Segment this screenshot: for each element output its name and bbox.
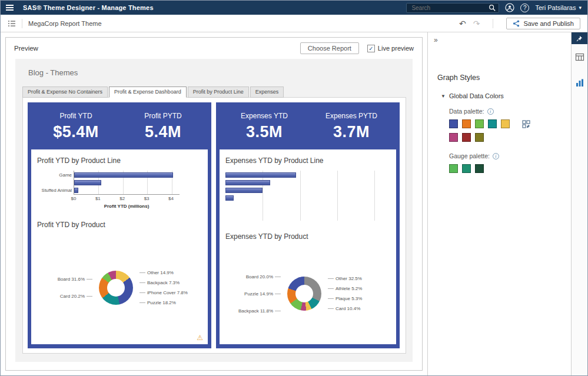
preview-box: Preview Choose Report ✓ Live preview Blo… [5, 37, 423, 371]
live-preview-label: Live preview [378, 45, 414, 52]
bar-chart-title: Profit YTD by Product Line [37, 157, 202, 165]
donut-chart [287, 277, 321, 311]
data-palette-label: Data palette: [449, 108, 484, 115]
pin-panel-button[interactable] [572, 32, 587, 44]
collapse-panel-icon[interactable]: » [428, 32, 571, 44]
tab-4[interactable]: Expenses [250, 86, 284, 98]
donut-label: Puzzle 14.9% [244, 291, 283, 297]
category-label: Game [38, 172, 72, 178]
expenses-bar-chart [225, 171, 390, 221]
donut-chart [99, 271, 133, 305]
publish-icon [513, 20, 520, 27]
preview-controls: Choose Report ✓ Live preview [300, 42, 414, 54]
donut-label: Board 20.0% [246, 274, 283, 279]
kpi-label: Profit YTD [32, 112, 119, 120]
toolbar-divider [493, 19, 493, 28]
kpi-expenses-ytd: Expenses YTD 3.5M [221, 112, 308, 141]
kpi-profit-pytd: Profit PYTD 5.4M [119, 112, 207, 141]
kpi-value: $5.4M [32, 123, 119, 141]
global-data-colors-section[interactable]: ▼ Global Data Colors [441, 92, 571, 99]
preview-label: Preview [14, 45, 38, 52]
live-preview-checkbox[interactable]: ✓ [367, 45, 375, 52]
donut-label: Backpack 11.8% [238, 308, 283, 314]
kpi-label: Profit PYTD [119, 112, 207, 120]
donut-chart-title: Profit YTD by Product [37, 221, 202, 229]
color-swatch[interactable] [449, 133, 458, 142]
expenses-donut-chart: Board 20.0%Puzzle 14.9%Backpack 11.8%Oth… [225, 247, 390, 341]
donut-label: Card 20.2% [60, 294, 94, 299]
search-input[interactable] [406, 3, 499, 13]
help-icon[interactable]: ? [520, 4, 529, 12]
donut-label: Other 32.5% [326, 276, 362, 281]
donut-label: Plaque 5.3% [326, 296, 362, 301]
search-icon[interactable] [489, 4, 496, 11]
gauge-palette-label-row: Gauge palette: i [449, 152, 571, 159]
warning-icon: ⚠ [197, 334, 203, 342]
kpi-value: 3.5M [221, 123, 308, 141]
undo-icon[interactable]: ↶ [459, 19, 466, 28]
data-palette-row-1 [449, 119, 571, 128]
user-menu[interactable]: Teri Patsilaras ▾ [535, 4, 582, 11]
theme-toolbar: MegaCorp Report Theme ↶ ↷ Save and Publi… [1, 15, 587, 32]
report-styles-tab-icon[interactable] [575, 52, 584, 62]
profit-dashboard-panel: Profit YTD $5.4M Profit PYTD 5.4M Profit… [28, 102, 211, 348]
topbar: SAS® Theme Designer - Manage Themes ? Te… [1, 1, 587, 15]
preview-area: Preview Choose Report ✓ Live preview Blo… [1, 32, 427, 375]
expenses-card: Expenses YTD by Product Line Expenses YT… [220, 149, 396, 344]
data-palette-label-row: Data palette: i [449, 108, 571, 115]
preview-tabs: Profit & Expense No ContainersProfit & E… [22, 86, 413, 98]
color-swatch[interactable] [462, 164, 471, 173]
app-window: SAS® Theme Designer - Manage Themes ? Te… [0, 0, 588, 376]
color-swatch[interactable] [475, 133, 484, 142]
tab-3[interactable]: Profit by Product Line [188, 86, 249, 98]
profit-bar-chart: GameStuffed Animal$0$1$2$3$4Profit YTD (… [37, 171, 202, 209]
tab-1[interactable]: Profit & Expense No Containers [22, 86, 108, 98]
menu-icon[interactable] [1, 5, 18, 11]
live-preview-toggle[interactable]: ✓ Live preview [367, 45, 414, 52]
palette-selector-icon[interactable] [522, 120, 530, 128]
kpi-value: 5.4M [119, 123, 207, 141]
donut-chart-title: Expenses YTD by Product [225, 232, 390, 241]
color-swatch[interactable] [462, 119, 471, 128]
color-swatch[interactable] [462, 133, 471, 142]
dashboard-area: Profit YTD $5.4M Profit PYTD 5.4M Profit… [22, 97, 406, 354]
color-swatch[interactable] [449, 164, 458, 173]
bar-chart-title: Expenses YTD by Product Line [225, 157, 390, 165]
bar [225, 195, 234, 201]
search-field[interactable] [411, 5, 489, 11]
report-preview-surface: Blog - Themes Profit & Expense No Contai… [15, 59, 413, 362]
color-swatch[interactable] [475, 119, 484, 128]
profit-donut-chart: Board 31.6%Card 20.2%Other 14.9%Backpack… [37, 235, 202, 341]
chevron-down-icon: ▾ [579, 5, 582, 11]
donut-label: Card 10.4% [326, 306, 360, 311]
info-icon[interactable]: i [493, 153, 499, 159]
user-name-label: Teri Patsilaras [535, 4, 576, 11]
panel-title: Graph Styles [437, 74, 571, 82]
donut-label: Puzzle 18.2% [138, 300, 176, 305]
save-and-publish-button[interactable]: Save and Publish [506, 18, 580, 29]
theme-name: MegaCorp Report Theme [28, 20, 102, 27]
bar [225, 188, 263, 193]
donut-label: Board 31.6% [58, 277, 94, 282]
topbar-right: ? Teri Patsilaras ▾ [406, 3, 587, 13]
choose-report-button[interactable]: Choose Report [300, 42, 359, 54]
kpi-profit-ytd: Profit YTD $5.4M [32, 112, 119, 141]
info-icon[interactable]: i [487, 108, 494, 115]
main-content: Preview Choose Report ✓ Live preview Blo… [1, 32, 587, 375]
color-swatch[interactable] [475, 164, 484, 173]
color-swatch[interactable] [449, 119, 458, 128]
bar [74, 188, 78, 193]
color-swatch[interactable] [501, 119, 510, 128]
bar [225, 180, 270, 185]
user-account-icon[interactable] [505, 3, 514, 12]
kpi-row: Expenses YTD 3.5M Expenses PYTD 3.7M [220, 102, 396, 149]
donut-label: Athlete 5.2% [326, 286, 362, 291]
bar [74, 180, 101, 185]
color-swatch[interactable] [488, 119, 497, 128]
outline-list-icon[interactable] [8, 19, 16, 28]
kpi-value: 3.7M [308, 123, 395, 141]
graph-styles-tab-icon[interactable] [575, 78, 584, 88]
expenses-dashboard-panel: Expenses YTD 3.5M Expenses PYTD 3.7M Exp… [216, 102, 400, 348]
tab-2[interactable]: Profit & Expense Dashboard [109, 86, 187, 98]
pin-icon [576, 35, 583, 42]
